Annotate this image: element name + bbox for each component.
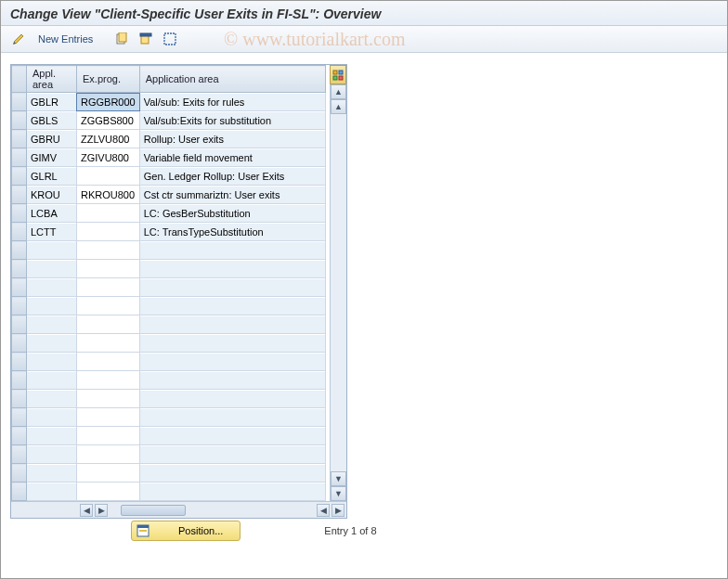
- cell-appl-area[interactable]: [27, 279, 76, 296]
- table-row[interactable]: LCBALC: GesBerSubstitution: [12, 204, 326, 223]
- cell-application-area[interactable]: [140, 372, 325, 389]
- cell-appl-area[interactable]: [27, 446, 76, 463]
- row-selector[interactable]: [12, 186, 27, 204]
- cell-application-area[interactable]: [140, 279, 325, 296]
- col-header-ex-prog[interactable]: Ex.prog.: [77, 66, 140, 93]
- table-row[interactable]: [12, 297, 326, 315]
- table-row[interactable]: [12, 427, 326, 445]
- select-all-icon[interactable]: [160, 30, 180, 48]
- cell-ex-prog[interactable]: [77, 483, 139, 500]
- cell-appl-area[interactable]: [27, 391, 76, 407]
- table-row[interactable]: [12, 371, 326, 390]
- row-select-header[interactable]: [12, 66, 27, 93]
- cell-ex-prog[interactable]: [77, 261, 139, 277]
- row-selector[interactable]: [12, 223, 27, 241]
- col-header-application-area[interactable]: Application area: [139, 66, 325, 93]
- cell-appl-area[interactable]: [27, 372, 76, 389]
- cell-application-area[interactable]: LC: GesBerSubstitution: [140, 205, 325, 222]
- cell-application-area[interactable]: [140, 354, 325, 370]
- scroll-left2-icon[interactable]: ◀: [317, 504, 330, 517]
- cell-application-area[interactable]: [140, 242, 325, 259]
- cell-appl-area[interactable]: GIMV: [27, 149, 76, 166]
- cell-application-area[interactable]: [140, 335, 325, 352]
- table-row[interactable]: [12, 241, 326, 260]
- vertical-scrollbar[interactable]: ▲ ▲ ▼ ▼: [330, 84, 346, 501]
- cell-ex-prog[interactable]: [77, 428, 139, 444]
- copy-as-icon[interactable]: [111, 30, 132, 48]
- table-row[interactable]: [12, 408, 326, 427]
- cell-appl-area[interactable]: KROU: [27, 187, 76, 203]
- table-row[interactable]: GBLRRGGBR000Val/sub: Exits for rules: [12, 93, 326, 111]
- scroll-down-icon[interactable]: ▼: [331, 486, 346, 501]
- cell-ex-prog[interactable]: [77, 335, 139, 352]
- cell-application-area[interactable]: Rollup: User exits: [140, 131, 325, 148]
- cell-appl-area[interactable]: GBLS: [27, 112, 76, 129]
- row-selector[interactable]: [12, 445, 27, 464]
- cell-application-area[interactable]: [140, 298, 325, 315]
- cell-ex-prog[interactable]: ZZLVU800: [77, 131, 139, 148]
- row-selector[interactable]: [12, 167, 27, 186]
- cell-application-area[interactable]: Cst ctr summariztn: User exits: [140, 187, 325, 203]
- table-row[interactable]: GBRUZZLVU800Rollup: User exits: [12, 130, 326, 148]
- cell-application-area[interactable]: [140, 261, 325, 277]
- cell-appl-area[interactable]: GLRL: [27, 168, 76, 185]
- cell-ex-prog[interactable]: [77, 446, 139, 463]
- row-selector[interactable]: [12, 371, 27, 390]
- row-selector[interactable]: [12, 482, 27, 501]
- table-row[interactable]: [12, 278, 326, 297]
- table-row[interactable]: [12, 315, 326, 334]
- scroll-track[interactable]: [331, 114, 346, 471]
- cell-ex-prog[interactable]: ZGIVU800: [77, 149, 139, 166]
- cell-ex-prog[interactable]: [77, 391, 139, 407]
- row-selector[interactable]: [12, 408, 27, 427]
- table-row[interactable]: [12, 464, 326, 482]
- cell-ex-prog[interactable]: [77, 354, 139, 370]
- row-selector[interactable]: [12, 390, 27, 408]
- row-selector[interactable]: [12, 427, 27, 445]
- cell-appl-area[interactable]: GBLR: [27, 94, 76, 110]
- cell-appl-area[interactable]: [27, 242, 76, 259]
- position-button[interactable]: Position...: [131, 521, 240, 541]
- cell-appl-area[interactable]: LCTT: [27, 224, 76, 240]
- cell-application-area[interactable]: [140, 316, 325, 333]
- cell-ex-prog[interactable]: [77, 298, 139, 315]
- cell-appl-area[interactable]: [27, 335, 76, 352]
- row-selector[interactable]: [12, 464, 27, 482]
- cell-application-area[interactable]: [140, 446, 325, 463]
- row-selector[interactable]: [12, 297, 27, 315]
- new-entries-button[interactable]: New Entries: [32, 32, 98, 46]
- row-selector[interactable]: [12, 204, 27, 223]
- cell-appl-area[interactable]: [27, 428, 76, 444]
- row-selector[interactable]: [12, 260, 27, 278]
- cell-application-area[interactable]: Gen. Ledger Rollup: User Exits: [140, 168, 325, 185]
- table-settings-icon[interactable]: [330, 65, 346, 84]
- cell-appl-area[interactable]: [27, 409, 76, 426]
- scroll-up2-icon[interactable]: ▲: [331, 99, 346, 114]
- cell-appl-area[interactable]: [27, 354, 76, 370]
- cell-ex-prog[interactable]: RGGBR000: [77, 94, 139, 110]
- col-header-appl-area[interactable]: Appl. area: [27, 66, 77, 93]
- cell-application-area[interactable]: [140, 483, 325, 500]
- cell-application-area[interactable]: Val/sub:Exits for substitution: [140, 112, 325, 129]
- table-row[interactable]: [12, 482, 326, 501]
- table-row[interactable]: [12, 334, 326, 353]
- table-row[interactable]: GLRLGen. Ledger Rollup: User Exits: [12, 167, 326, 186]
- row-selector[interactable]: [12, 353, 27, 371]
- toggle-change-icon[interactable]: [8, 30, 29, 48]
- table-row[interactable]: [12, 353, 326, 371]
- table-row[interactable]: GIMVZGIVU800Variable field movement: [12, 148, 326, 167]
- delete-icon[interactable]: [136, 30, 156, 48]
- cell-ex-prog[interactable]: ZGGBS800: [77, 112, 139, 129]
- table-row[interactable]: LCTTLC: TransTypeSubstitution: [12, 223, 326, 241]
- scroll-down2-icon[interactable]: ▼: [331, 471, 346, 486]
- table-row[interactable]: GBLSZGGBS800Val/sub:Exits for substituti…: [12, 111, 326, 130]
- scroll-right2-icon[interactable]: ▶: [332, 504, 344, 517]
- scroll-thumb[interactable]: [121, 505, 186, 516]
- cell-application-area[interactable]: Val/sub: Exits for rules: [140, 94, 325, 110]
- cell-ex-prog[interactable]: [77, 316, 139, 333]
- cell-appl-area[interactable]: LCBA: [27, 205, 76, 222]
- cell-ex-prog[interactable]: [77, 168, 139, 185]
- cell-appl-area[interactable]: [27, 483, 76, 500]
- cell-appl-area[interactable]: [27, 316, 76, 333]
- scroll-up-icon[interactable]: ▲: [331, 84, 346, 99]
